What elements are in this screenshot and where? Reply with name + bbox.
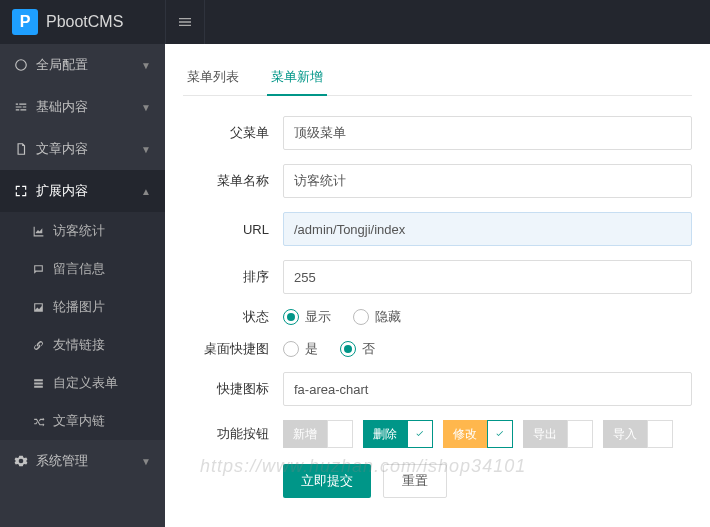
globe-icon <box>14 58 28 72</box>
label-status: 状态 <box>183 308 283 326</box>
chart-icon <box>32 225 45 238</box>
label-shortcut: 桌面快捷图 <box>183 340 283 358</box>
sub-item-carousel[interactable]: 轮播图片 <box>0 288 165 326</box>
sub-item-message[interactable]: 留言信息 <box>0 250 165 288</box>
fn-check-mod[interactable] <box>487 420 513 448</box>
label-parent: 父菜单 <box>183 124 283 142</box>
input-parent[interactable] <box>283 116 692 150</box>
sidebar-item-label: 系统管理 <box>36 452 88 470</box>
fn-btn-imp[interactable]: 导入 <box>603 420 647 448</box>
input-url[interactable] <box>283 212 692 246</box>
fn-btn-add[interactable]: 新增 <box>283 420 327 448</box>
shuffle-icon <box>32 415 45 428</box>
sidebar-item-system[interactable]: 系统管理 ▼ <box>0 440 165 482</box>
sub-item-internal-link[interactable]: 文章内链 <box>0 402 165 440</box>
sidebar-item-label: 扩展内容 <box>36 182 88 200</box>
link-icon <box>32 339 45 352</box>
sidebar-item-label: 基础内容 <box>36 98 88 116</box>
sub-item-custom-form[interactable]: 自定义表单 <box>0 364 165 402</box>
fn-check-del[interactable] <box>407 420 433 448</box>
tab-menu-list[interactable]: 菜单列表 <box>183 60 243 95</box>
sidebar-item-basic[interactable]: 基础内容 ▼ <box>0 86 165 128</box>
document-icon <box>14 142 28 156</box>
chevron-down-icon: ▼ <box>141 144 151 155</box>
sidebar-item-article[interactable]: 文章内容 ▼ <box>0 128 165 170</box>
gear-icon <box>14 454 28 468</box>
label-icon: 快捷图标 <box>183 380 283 398</box>
main-content: 菜单列表 菜单新增 父菜单 菜单名称 URL 排序 状态 显示 隐藏 桌面快捷 <box>165 44 710 527</box>
sidebar-item-global[interactable]: 全局配置 ▼ <box>0 44 165 86</box>
sub-item-label: 友情链接 <box>53 337 105 354</box>
comment-icon <box>32 263 45 276</box>
chevron-up-icon: ▲ <box>141 186 151 197</box>
sidebar-item-label: 文章内容 <box>36 140 88 158</box>
reset-button[interactable]: 重置 <box>383 464 447 498</box>
label-name: 菜单名称 <box>183 172 283 190</box>
check-icon <box>414 428 426 440</box>
input-icon[interactable] <box>283 372 692 406</box>
sub-item-label: 访客统计 <box>53 223 105 240</box>
chevron-down-icon: ▼ <box>141 60 151 71</box>
image-icon <box>32 301 45 314</box>
logo-icon: P <box>12 9 38 35</box>
input-sort[interactable] <box>283 260 692 294</box>
radio-status-show[interactable]: 显示 <box>283 308 331 326</box>
fn-btn-exp[interactable]: 导出 <box>523 420 567 448</box>
label-sort: 排序 <box>183 268 283 286</box>
menu-toggle-button[interactable] <box>165 0 205 44</box>
check-icon <box>494 428 506 440</box>
input-name[interactable] <box>283 164 692 198</box>
submit-button[interactable]: 立即提交 <box>283 464 371 498</box>
sidebar-item-label: 全局配置 <box>36 56 88 74</box>
tab-menu-add[interactable]: 菜单新增 <box>267 60 327 96</box>
sub-item-label: 轮播图片 <box>53 299 105 316</box>
expand-icon <box>14 184 28 198</box>
brand-text: PbootCMS <box>46 13 123 31</box>
sliders-icon <box>14 100 28 114</box>
fn-btn-del[interactable]: 删除 <box>363 420 407 448</box>
tabs: 菜单列表 菜单新增 <box>183 60 692 96</box>
fn-check-add[interactable] <box>327 420 353 448</box>
sub-item-visitor-stats[interactable]: 访客统计 <box>0 212 165 250</box>
sub-item-label: 留言信息 <box>53 261 105 278</box>
sub-item-label: 自定义表单 <box>53 375 118 392</box>
sidebar-item-extension[interactable]: 扩展内容 ▲ <box>0 170 165 212</box>
fn-check-imp[interactable] <box>647 420 673 448</box>
radio-shortcut-no[interactable]: 否 <box>340 340 375 358</box>
form-icon <box>32 377 45 390</box>
sub-item-links[interactable]: 友情链接 <box>0 326 165 364</box>
app-header: P PbootCMS <box>0 0 710 44</box>
chevron-down-icon: ▼ <box>141 102 151 113</box>
radio-status-hide[interactable]: 隐藏 <box>353 308 401 326</box>
label-buttons: 功能按钮 <box>183 425 283 443</box>
fn-check-exp[interactable] <box>567 420 593 448</box>
sidebar: 全局配置 ▼ 基础内容 ▼ 文章内容 ▼ 扩展内容 ▲ <box>0 44 165 527</box>
label-url: URL <box>183 222 283 237</box>
chevron-down-icon: ▼ <box>141 456 151 467</box>
sub-item-label: 文章内链 <box>53 413 105 430</box>
radio-shortcut-yes[interactable]: 是 <box>283 340 318 358</box>
hamburger-icon <box>177 14 193 30</box>
fn-btn-mod[interactable]: 修改 <box>443 420 487 448</box>
logo[interactable]: P PbootCMS <box>0 0 165 44</box>
sidebar-submenu-extension: 访客统计 留言信息 轮播图片 友情链接 自定义表单 文章内链 <box>0 212 165 440</box>
